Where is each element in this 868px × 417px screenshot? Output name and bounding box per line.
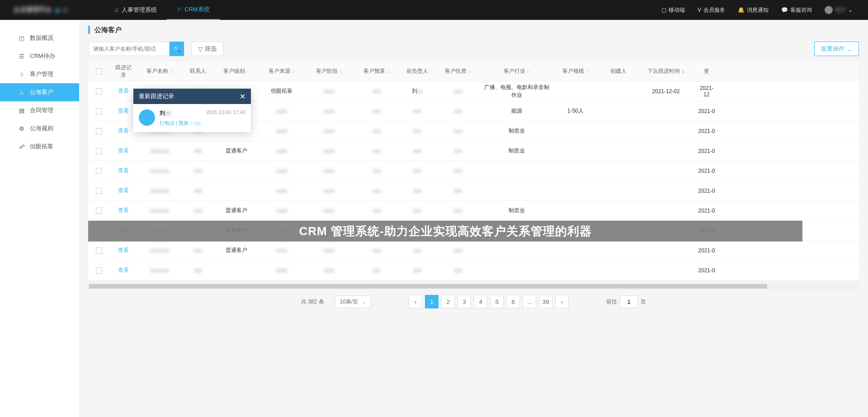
sidebar-item-todo[interactable]: ☰CRM待办 (0, 47, 79, 65)
th-next[interactable]: 下次跟进时间◇ (639, 67, 693, 75)
filter-button[interactable]: ▽筛选 (191, 42, 223, 56)
horizontal-scrollbar[interactable] (88, 283, 859, 289)
layout: ◫数据概况 ☰CRM待办 ♤客户管理 ♨公海客户 ▤合同管理 ⚙公海规则 ☍但眼… (0, 20, 868, 417)
pager-page[interactable]: 2 (441, 295, 455, 308)
cell-more: 2021-0 (693, 168, 720, 174)
pager-page[interactable]: 39 (539, 295, 552, 308)
cell-industry: 广播、电视、电影和录音制作业 (481, 84, 553, 99)
popup-header: 最新跟进记录 ✕ (133, 89, 251, 104)
th-source[interactable]: 客户来源◇ (259, 67, 304, 75)
row-checkbox[interactable] (96, 247, 102, 254)
row-checkbox[interactable] (96, 148, 102, 154)
checkbox-all[interactable] (96, 68, 102, 75)
total-count: 382 (308, 299, 317, 305)
row-checkbox[interactable] (96, 208, 102, 214)
support-link[interactable]: 💬客服咨询 (775, 6, 818, 14)
pager-jump-input[interactable] (620, 295, 638, 308)
cell-more: 2021-0 (693, 208, 720, 214)
search-input[interactable] (88, 42, 170, 56)
pager-page[interactable]: 6 (506, 295, 520, 308)
overview-label: 数据概况 (30, 34, 53, 42)
topnav-hr[interactable]: ♤ 人事管理系统 (104, 0, 167, 20)
pager-page[interactable]: 1 (425, 295, 439, 308)
th-stage[interactable]: 客户阶段◇ (304, 67, 354, 75)
view-link[interactable]: 查看 (118, 207, 129, 214)
mobile-link[interactable]: ▢移动端 (655, 6, 691, 14)
cell-stage: xxxx (304, 267, 354, 274)
row-checkbox[interactable] (96, 108, 102, 114)
chevron-down-icon: ⌄ (847, 46, 852, 52)
cell-industry: 能源 (481, 107, 553, 115)
sidebar-item-customer[interactable]: ♤客户管理 (0, 65, 79, 83)
popup-name-text: 刘 (160, 110, 165, 116)
cell-source: xxxx (259, 128, 304, 134)
table-head: 跟进记录 客户名称◇ 联系人 客户级别◇ 客户来源◇ 客户阶段◇ 客户预算◇ 前… (88, 62, 859, 81)
cell-more: 2021-0 (693, 247, 720, 254)
th-scale[interactable]: 客户规模◇ (553, 67, 598, 75)
row-checkbox[interactable] (96, 88, 102, 95)
funnel-icon: ▽ (198, 46, 203, 52)
close-icon[interactable]: ✕ (240, 92, 245, 101)
scrollbar-thumb[interactable] (89, 284, 767, 289)
pager-prev[interactable]: ‹ (409, 295, 422, 308)
row-checkbox[interactable] (96, 267, 102, 274)
cell-budget: xxx (354, 208, 399, 214)
view-link[interactable]: 查看 (118, 187, 129, 194)
pager-page[interactable]: ... (523, 295, 536, 308)
brand: 企业管理平台 ◆ ⇄ (0, 6, 104, 14)
sidebar-item-overview[interactable]: ◫数据概况 (0, 29, 79, 47)
pager-page[interactable]: 4 (474, 295, 487, 308)
swap-icon[interactable]: ⇄ (63, 7, 68, 14)
table-row: 查看xxxxxxxxxx普通客户xxxxxxxxxxxxxxxxx制造业2021… (88, 141, 859, 161)
cell-source: xxxx (259, 267, 304, 274)
view-link[interactable]: 查看 (118, 266, 129, 274)
cell-nature: xxx (435, 168, 481, 174)
th-name[interactable]: 客户名称◇ (137, 67, 182, 75)
user-menu[interactable]: 用户 ⌄ (818, 6, 859, 14)
sidebar-item-contract[interactable]: ▤合同管理 (0, 101, 79, 119)
jump-suffix: 页 (641, 298, 646, 306)
page-size-select[interactable]: 10条/页 ⌄ (335, 295, 372, 308)
pager-next[interactable]: › (555, 295, 569, 308)
popup-avatar (139, 109, 155, 126)
search-button[interactable]: 🔍 (170, 42, 184, 56)
pager-total: 共 382 条 (301, 298, 324, 306)
th-track[interactable]: 跟进记录 (110, 64, 137, 79)
mobile-label: 移动端 (669, 6, 685, 14)
cell-prev: xxx (399, 148, 435, 154)
th-nature-label: 客户性质 (445, 67, 467, 75)
users-icon: ♤ (18, 71, 25, 78)
followup-popup: 最新跟进记录 ✕ 刘xx 2021-12-01 17:43 打电话 | 预算：x… (133, 89, 251, 132)
view-link[interactable]: 查看 (118, 127, 129, 135)
view-link[interactable]: 查看 (118, 246, 129, 254)
sidebar-item-searule[interactable]: ⚙公海规则 (0, 119, 79, 137)
th-stage-label: 客户阶段 (316, 67, 338, 75)
view-link[interactable]: 查看 (118, 167, 129, 175)
pager-page[interactable]: 3 (458, 295, 471, 308)
cell-next: 2021-12-02 (639, 88, 693, 95)
filter-label: 筛选 (205, 45, 217, 53)
pagination: 共 382 条 10条/页 ⌄ ‹ 123456...39 › 前往 页 (79, 289, 868, 314)
th-industry[interactable]: 客户行业◇ (481, 67, 553, 75)
topnav-crm[interactable]: ⚐ CRM系统 (167, 0, 220, 20)
sidebar-item-danyan[interactable]: ☍但眼拓客 (0, 137, 79, 156)
pager-page[interactable]: 5 (490, 295, 504, 308)
toolbar: 🔍 ▽筛选 批量操作⌄ (79, 40, 868, 58)
row-checkbox[interactable] (96, 168, 102, 174)
th-budget[interactable]: 客户预算◇ (354, 67, 399, 75)
doc-icon: ▤ (18, 107, 25, 114)
table-row: 查看xxxxxxxxxx普通客户xxxxxxxxxxxxxxxxx制造业2021… (88, 201, 859, 221)
th-nature[interactable]: 客户性质◇ (435, 67, 481, 75)
row-checkbox[interactable] (96, 188, 102, 194)
notice-link[interactable]: 🔔消息通知 (731, 6, 775, 14)
view-link[interactable]: 查看 (118, 147, 129, 155)
th-level[interactable]: 客户级别◇ (214, 67, 259, 75)
row-checkbox[interactable] (96, 128, 102, 134)
member-link[interactable]: V会员服务 (691, 6, 731, 14)
topbar: 企业管理平台 ◆ ⇄ ♤ 人事管理系统 ⚐ CRM系统 ▢移动端 V会员服务 🔔… (0, 0, 868, 20)
batch-button[interactable]: 批量操作⌄ (814, 42, 859, 56)
sidebar-item-sea[interactable]: ♨公海客户 (0, 83, 79, 101)
bell-icon: 🔔 (738, 7, 745, 13)
view-link[interactable]: 查看 (118, 107, 129, 115)
view-link[interactable]: 查看 (118, 87, 129, 95)
